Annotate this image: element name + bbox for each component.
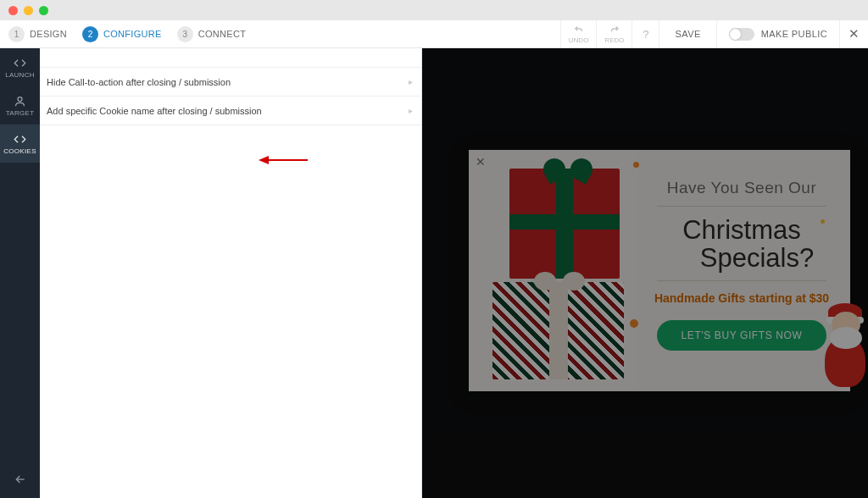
popup-subtext: Handmade Gifts starting at $30	[652, 291, 832, 305]
redo-button[interactable]: REDO	[596, 20, 632, 47]
user-icon	[14, 95, 26, 108]
popup-image-area	[469, 150, 638, 391]
redo-label: REDO	[604, 36, 624, 44]
traffic-light-zoom[interactable]	[39, 6, 48, 15]
save-button[interactable]: SAVE	[659, 20, 715, 47]
svg-point-0	[18, 97, 22, 101]
wizard-steps: 1 DESIGN 2 CONFIGURE 3 CONNECT	[0, 26, 246, 42]
step-number: 2	[82, 26, 98, 42]
undo-icon	[573, 24, 585, 36]
step-label: CONNECT	[198, 29, 247, 39]
ribbon-cream	[549, 282, 568, 379]
popup-preview: ✕ Have You Seen Our	[469, 150, 850, 391]
settings-panel: Hide Call-to-action after closing / subm…	[40, 48, 422, 498]
step-label: DESIGN	[30, 29, 67, 39]
make-public-toggle[interactable]: MAKE PUBLIC	[716, 20, 839, 47]
left-rail: LAUNCH TARGET COOKIES	[0, 48, 40, 498]
rail-cookies[interactable]: COOKIES	[0, 125, 40, 163]
ribbon-horizontal	[509, 214, 620, 230]
code-icon	[14, 57, 26, 69]
chevron-right-icon: ▸	[409, 106, 413, 115]
undo-label: UNDO	[569, 36, 589, 44]
santa-decoration	[825, 307, 868, 387]
chevron-right-icon: ▸	[409, 77, 413, 86]
bow-cream	[534, 272, 585, 296]
divider	[657, 280, 826, 281]
confetti-dot	[821, 219, 825, 224]
rail-label: TARGET	[6, 109, 35, 117]
code-icon	[14, 133, 26, 146]
step-number: 3	[177, 26, 193, 42]
confetti-dot	[633, 162, 639, 168]
rail-label: LAUNCH	[5, 71, 35, 79]
close-button[interactable]: ✕	[839, 20, 868, 47]
popup-heading-small: Have You Seen Our	[652, 179, 832, 197]
undo-button[interactable]: UNDO	[560, 20, 597, 47]
row-label: Add specific Cookie name after closing /…	[47, 106, 262, 116]
popup-cta-button[interactable]: LET'S BUY GIFTS NOW	[657, 320, 826, 351]
popup-heading-large: Christmas Specials?	[652, 217, 832, 272]
step-configure[interactable]: 2 CONFIGURE	[82, 26, 162, 42]
traffic-light-minimize[interactable]	[24, 6, 33, 15]
arrow-left-icon	[14, 473, 27, 486]
panel-header-spacer	[40, 48, 421, 68]
window-titlebar	[0, 0, 868, 20]
row-cookie-name[interactable]: Add specific Cookie name after closing /…	[40, 97, 421, 125]
rail-launch[interactable]: LAUNCH	[0, 48, 40, 86]
back-button[interactable]	[0, 461, 40, 498]
row-hide-cta[interactable]: Hide Call-to-action after closing / subm…	[40, 68, 421, 97]
make-public-label: MAKE PUBLIC	[761, 29, 827, 39]
step-label: CONFIGURE	[103, 29, 162, 39]
toggle-switch[interactable]	[729, 28, 754, 41]
rail-target[interactable]: TARGET	[0, 86, 40, 125]
confetti-dot	[630, 319, 638, 328]
top-toolbar: 1 DESIGN 2 CONFIGURE 3 CONNECT UNDO REDO…	[0, 20, 868, 48]
help-button[interactable]: ?	[632, 20, 659, 47]
preview-canvas: ✕ Have You Seen Our	[422, 48, 868, 498]
step-connect[interactable]: 3 CONNECT	[177, 26, 247, 42]
traffic-light-close[interactable]	[8, 6, 18, 15]
step-number: 1	[8, 26, 25, 42]
redo-icon	[609, 24, 620, 36]
popup-close-button[interactable]: ✕	[476, 155, 486, 169]
step-design[interactable]: 1 DESIGN	[8, 26, 67, 42]
popup-content: Have You Seen Our Christmas Specials? Ha…	[638, 150, 850, 391]
rail-label: COOKIES	[3, 147, 36, 155]
bow-green	[543, 158, 593, 184]
row-label: Hide Call-to-action after closing / subm…	[47, 77, 231, 87]
popup-heading-word1: Christmas	[682, 215, 801, 245]
popup-heading-word2: Specials?	[652, 245, 832, 273]
divider	[657, 206, 826, 207]
